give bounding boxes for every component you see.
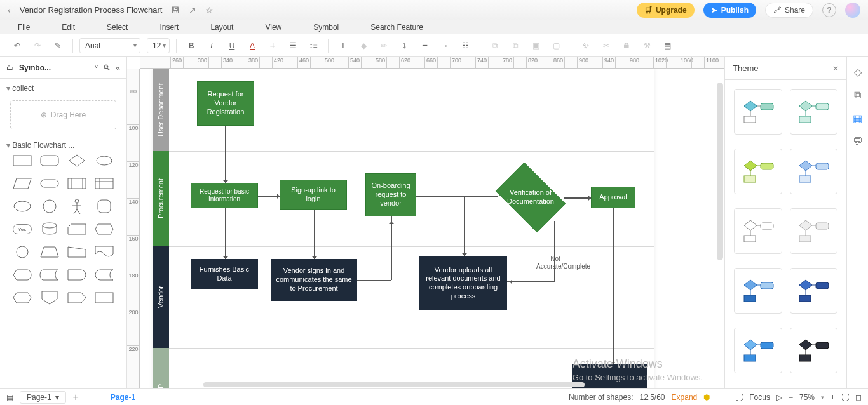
line-style-button[interactable]: → [437,37,453,54]
shape-card[interactable] [65,221,89,237]
share-button[interactable]: 🔗︎Share [765,3,813,18]
shape-roundsquare[interactable] [93,198,116,215]
sidebar-search-icon[interactable]: 🔍︎ [103,63,111,72]
drag-here-area[interactable]: ⊕Drag Here [10,100,116,129]
back-button[interactable]: ⧉ [507,37,524,54]
save-icon[interactable]: 💾︎ [171,5,180,15]
lock-button[interactable]: 🔒︎ [618,37,635,54]
shape-roundrect[interactable] [37,152,61,169]
font-size-select[interactable]: 12 [147,38,170,53]
lane-procurement[interactable]: Procurement [153,151,169,246]
lane-vendor[interactable]: Vendor [153,246,169,348]
panel-toggle-icon[interactable]: ◻ [855,393,862,402]
publish-button[interactable]: ➤Publish [703,3,756,18]
theme-card[interactable] [790,89,838,135]
table-button[interactable]: ▤ [659,37,675,54]
font-select[interactable]: Arial [79,38,140,53]
node-vendor-signs[interactable]: Vendor signs in and communicates the sam… [271,259,357,301]
theme-card[interactable] [734,149,782,194]
sidebar-collapse-icon[interactable]: « [116,63,120,72]
line-spacing-button[interactable]: ↕≡ [305,37,322,54]
shape-rect[interactable] [10,152,34,169]
node-signup-link[interactable]: Sign-up link to login [280,180,347,210]
shape-predef[interactable] [65,175,89,192]
clear-format-button[interactable]: T̶ [264,37,281,54]
side-comment-icon[interactable]: 💬︎ [853,136,863,147]
align-left-button[interactable]: ☰ [285,37,301,54]
menu-search-feature[interactable]: Search Feature [370,23,423,32]
shape-ellipse-small[interactable] [93,152,116,169]
node-request-basic-info[interactable]: Request for basic Information [191,183,258,208]
shape-manual[interactable] [65,244,89,260]
node-furnishes[interactable]: Furnishes Basic Data [191,259,258,289]
zoom-value[interactable]: 75% [799,393,815,402]
theme-card[interactable] [734,328,782,373]
shape-yes[interactable]: Yes [10,221,34,237]
star-icon[interactable]: ☆ [205,5,214,15]
play-icon[interactable]: ▷ [776,393,782,402]
shape-person[interactable] [65,198,89,215]
effects-button[interactable]: ✨︎ [578,37,594,54]
shape-doc[interactable] [93,244,116,260]
shape-rect2[interactable] [93,289,116,306]
theme-card[interactable] [790,268,838,314]
bookmark-icon[interactable]: ⬢ [703,393,710,402]
shape-circle[interactable] [37,198,61,215]
crop-button[interactable]: ✂︎ [598,37,614,54]
side-style-icon[interactable]: ◇ [854,66,862,78]
zoom-out-button[interactable]: − [789,393,793,402]
canvas[interactable]: 2603003403804204605005405806206607007407… [127,57,724,388]
theme-card[interactable] [790,328,838,373]
menu-symbol[interactable]: Symbol [313,23,339,32]
group-button[interactable]: ▣ [527,37,544,54]
section-collect[interactable]: collect [6,84,120,93]
fill-button[interactable]: ◆ [355,37,372,54]
page-tab[interactable]: Page-1 [111,393,135,402]
distribute-button[interactable]: ☷ [457,37,473,54]
shape-delay[interactable] [65,267,89,283]
underline-button[interactable]: U [224,37,240,54]
theme-card[interactable] [790,149,838,194]
upgrade-button[interactable]: 🛒︎Upgrade [637,3,695,18]
side-layers-icon[interactable]: ⧉ [854,90,861,101]
theme-card[interactable] [734,208,782,254]
canvas-scrollbar-horizontal[interactable] [203,382,585,387]
menu-view[interactable]: View [265,23,281,32]
back-icon[interactable]: ‹ [8,5,11,15]
tools-button[interactable]: ⚒︎ [639,37,655,54]
menu-layout[interactable]: Layout [210,23,233,32]
page[interactable]: User Department Procurement Vendor P Req… [153,69,654,388]
theme-card[interactable] [734,268,782,314]
focus-label[interactable]: Focus [749,393,770,402]
menu-insert[interactable]: Insert [159,23,179,32]
node-request-registration[interactable]: Request for Vendor Registration [197,81,254,126]
redo-button[interactable]: ↷ [29,37,46,54]
shape-stored[interactable] [93,267,116,283]
shape-trap[interactable] [37,244,61,260]
shape-hex[interactable] [10,289,34,306]
shape-oval[interactable] [10,198,34,215]
export-icon[interactable]: ↗ [189,5,196,15]
focus-frame-icon[interactable]: ⛶ [735,393,743,402]
close-icon[interactable]: ✕ [832,64,839,73]
text-tool-button[interactable]: T [335,37,351,54]
shape-internal[interactable] [93,175,116,192]
shape-cylinder[interactable] [37,221,61,237]
bold-button[interactable]: B [183,37,200,54]
node-approval[interactable]: Approval [591,187,635,208]
section-basic-flowchart[interactable]: Basic Flowchart ... [6,141,120,150]
side-theme-icon[interactable]: ▦ [853,112,862,124]
font-color-button[interactable]: A [244,37,261,54]
theme-card[interactable] [790,208,838,254]
shape-circle2[interactable] [10,244,34,260]
node-verification[interactable]: Verification of Documentation [489,169,572,226]
format-painter-button[interactable]: ✎ [50,37,66,54]
shape-display[interactable] [10,267,34,283]
menu-select[interactable]: Select [107,23,128,32]
lane-sap[interactable]: P [153,348,169,388]
page-selector[interactable]: Page-1 ▾ [20,391,66,404]
menu-file[interactable]: File [18,23,30,32]
shape-off[interactable] [37,289,61,306]
fullscreen-icon[interactable]: ⛶ [841,393,849,402]
canvas-scrollbar-vertical[interactable] [717,83,723,260]
